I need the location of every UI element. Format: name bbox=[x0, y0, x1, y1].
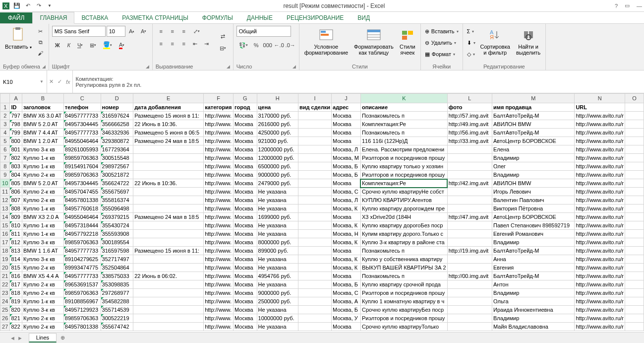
cell[interactable]: Познакомьтесь п bbox=[360, 247, 447, 255]
cell[interactable] bbox=[133, 297, 204, 306]
cell[interactable]: http://www. bbox=[204, 323, 234, 331]
cell[interactable]: 818 bbox=[10, 289, 22, 297]
cell[interactable]: http://www. bbox=[204, 306, 234, 314]
cell[interactable]: Москва bbox=[234, 196, 257, 205]
cell[interactable] bbox=[298, 323, 332, 331]
cell[interactable]: 2500000 руб. bbox=[257, 297, 298, 306]
cell[interactable]: http://www. bbox=[204, 221, 234, 230]
column-header[interactable]: M bbox=[492, 94, 575, 103]
cell[interactable]: Москва bbox=[234, 272, 257, 280]
cell[interactable]: 4250000 руб. bbox=[257, 129, 298, 137]
comma-icon[interactable]: 000 bbox=[262, 40, 273, 51]
cell[interactable]: БалтАвтоТрейд-М bbox=[492, 272, 575, 280]
cell[interactable]: 820 bbox=[10, 306, 22, 314]
cell[interactable]: Куплю 1-к кв bbox=[22, 230, 63, 238]
format-cells-button[interactable]: ▦Формат▾ bbox=[424, 49, 460, 60]
cell[interactable]: Куплю 3-к кв bbox=[22, 145, 63, 154]
qat-customize-icon[interactable]: ▼ bbox=[46, 2, 54, 10]
cell[interactable]: 316597624 bbox=[101, 112, 133, 120]
cell[interactable]: http://www.avito.ru/r bbox=[575, 137, 625, 145]
font-size-select[interactable] bbox=[107, 26, 125, 37]
cell[interactable]: http://www. bbox=[204, 137, 234, 145]
cell[interactable] bbox=[298, 196, 332, 205]
cell[interactable]: Куплю 3-к квартиру в районе ста bbox=[360, 238, 447, 247]
cell[interactable]: BMW 1 1.6 AT bbox=[22, 247, 63, 255]
align-center-icon[interactable]: ≡ bbox=[167, 38, 178, 49]
cell[interactable]: http://www. bbox=[204, 255, 234, 264]
cell[interactable]: 89859706363 bbox=[63, 238, 101, 247]
cell[interactable]: 89859706363 bbox=[63, 314, 101, 323]
row-header[interactable]: 23 bbox=[0, 289, 10, 297]
cell[interactable]: Куплю 2-к кв bbox=[22, 323, 63, 331]
cell[interactable] bbox=[625, 238, 644, 247]
cell[interactable]: Москва, Б bbox=[332, 306, 361, 314]
cell[interactable]: 22 Июнь в 06:02. bbox=[133, 272, 204, 280]
increase-indent-icon[interactable]: ⇥ bbox=[201, 38, 212, 49]
cell[interactable]: 809 bbox=[10, 213, 22, 221]
cell[interactable]: Москва bbox=[332, 129, 361, 137]
cell[interactable]: Размещено 15 июня в 11: bbox=[133, 247, 204, 255]
cell[interactable] bbox=[447, 205, 492, 213]
row-header[interactable]: 27 bbox=[0, 323, 10, 331]
tab-view[interactable]: ВИД bbox=[351, 12, 377, 23]
cell[interactable]: БалтАвтоТрейд-М bbox=[492, 129, 575, 137]
cell[interactable]: Не указана bbox=[257, 221, 298, 230]
cell[interactable]: Москва bbox=[234, 213, 257, 221]
decrease-decimal-icon[interactable]: .0→ bbox=[285, 40, 296, 51]
cell[interactable] bbox=[133, 230, 204, 238]
cell[interactable] bbox=[133, 255, 204, 264]
cell[interactable] bbox=[133, 306, 204, 314]
cell[interactable]: Москва bbox=[234, 171, 257, 179]
cell[interactable]: Москва bbox=[234, 247, 257, 255]
cell[interactable] bbox=[625, 314, 644, 323]
cell[interactable]: 810 bbox=[10, 221, 22, 230]
sheet-nav-next-icon[interactable]: ► bbox=[17, 335, 23, 341]
cell[interactable] bbox=[625, 306, 644, 314]
align-middle-icon[interactable]: ≡ bbox=[167, 26, 178, 37]
cell[interactable]: Москва, К bbox=[332, 255, 361, 264]
cell[interactable]: http://www. bbox=[204, 120, 234, 129]
cell[interactable] bbox=[447, 314, 492, 323]
cell[interactable]: Москва bbox=[332, 137, 361, 145]
border-button[interactable]: ⊞ ▾ bbox=[86, 40, 100, 51]
cell[interactable]: http://www.avito.ru/r bbox=[575, 306, 625, 314]
cell[interactable]: Москва bbox=[332, 112, 361, 120]
cell[interactable]: http://www.avito.ru/r bbox=[575, 255, 625, 264]
fill-button[interactable]: ⬇▾ bbox=[466, 37, 476, 48]
cell[interactable]: Размещено 5 июня в 06:5 bbox=[133, 129, 204, 137]
cell[interactable] bbox=[447, 221, 492, 230]
cell[interactable]: Не указана bbox=[257, 323, 298, 331]
cell[interactable]: http://www.avito.ru/r bbox=[575, 154, 625, 162]
cell[interactable]: 352717497 bbox=[101, 255, 133, 264]
cell[interactable]: 89653691537 bbox=[63, 280, 101, 289]
row-header[interactable]: 6 bbox=[0, 145, 10, 154]
row-header[interactable]: 7 bbox=[0, 154, 10, 162]
cell[interactable]: Евгения bbox=[492, 264, 575, 272]
cell[interactable] bbox=[625, 323, 644, 331]
cell[interactable]: 300189554 bbox=[101, 238, 133, 247]
sort-filter-button[interactable]: AЯСортировка и фильтр bbox=[478, 26, 512, 57]
cell[interactable]: 84957801338 bbox=[63, 323, 101, 331]
cell[interactable] bbox=[447, 154, 492, 162]
cell[interactable]: http://www. bbox=[204, 145, 234, 154]
cell[interactable]: 12000000 руб. bbox=[257, 145, 298, 154]
row-header[interactable]: 20 bbox=[0, 264, 10, 272]
row-header[interactable]: 2 bbox=[0, 112, 10, 120]
cell[interactable]: 89993474775 bbox=[63, 264, 101, 272]
cell[interactable]: 84955046464 bbox=[63, 213, 101, 221]
column-header[interactable]: J bbox=[332, 94, 361, 103]
cell[interactable]: Риэлторов и посредников прошу bbox=[360, 289, 447, 297]
underline-button[interactable]: Ч ▾ bbox=[75, 40, 86, 51]
cell[interactable]: 355096498 bbox=[101, 205, 133, 213]
cell[interactable]: 808 bbox=[10, 205, 22, 213]
cell[interactable]: Не указана bbox=[257, 280, 298, 289]
cell[interactable]: 167729364 bbox=[101, 145, 133, 154]
cell[interactable]: 801 bbox=[10, 145, 22, 154]
row-header[interactable]: 21 bbox=[0, 272, 10, 280]
cell[interactable]: BMW X5 4.4 A bbox=[22, 272, 63, 280]
cell[interactable]: 9000000 руб. bbox=[257, 289, 298, 297]
cell[interactable]: http://www.avito.ru/r bbox=[575, 323, 625, 331]
fx-icon[interactable]: fx bbox=[66, 79, 70, 85]
cell[interactable] bbox=[625, 289, 644, 297]
cell[interactable] bbox=[298, 297, 332, 306]
